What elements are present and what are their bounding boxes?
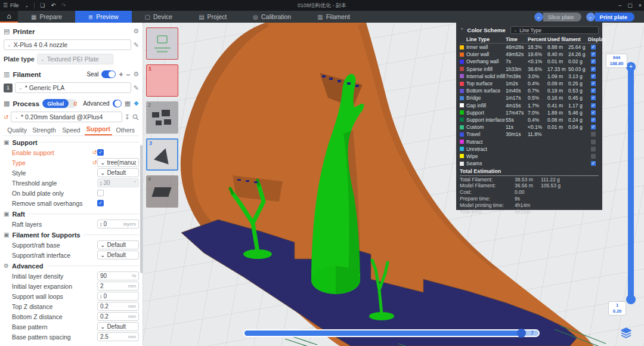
reset-value-icon[interactable]: ↺ [92,149,97,156]
tab-project[interactable]: ▤Project [185,11,240,23]
print-dropdown-icon[interactable]: ⌄ [586,13,595,21]
layer-slider-track[interactable] [628,67,634,299]
save-preset-icon[interactable]: ↧ [125,113,130,121]
process-preset-select[interactable]: ⌄ * 0.20mm Standard @XPlus4 [11,112,122,122]
display-checkbox[interactable]: ✓ [591,59,596,64]
home-tab[interactable]: ⌂ [0,11,18,23]
expand-settings-icon[interactable]: ❖ [134,100,139,107]
process-scope-toggle[interactable]: Global Objects [42,99,77,108]
display-checkbox[interactable] [591,140,596,144]
plate-thumbnail-3[interactable]: 2 [146,101,178,134]
top-z-distance-input[interactable]: 0.2mm [97,302,139,311]
file-menu[interactable]: ☰ File [0,2,22,8]
preset-compare-icon[interactable]: ▦ [125,100,131,107]
on-build-plate-only-checkbox[interactable] [97,190,104,196]
display-checkbox[interactable]: ✓ [591,161,596,166]
spinner-arrows-icon[interactable]: ▴▾ [100,222,102,227]
plate-thumbnail-2[interactable]: 1 [146,64,178,97]
search-icon[interactable] [132,114,139,121]
scope-objects[interactable]: Objects [69,101,77,107]
display-checkbox[interactable]: ✓ [591,95,596,100]
process-tab-others[interactable]: Others [112,126,139,135]
bottom-z-distance-input[interactable]: 0.2mm [97,312,139,321]
print-plate-button[interactable]: ⌄ Print plate [586,13,634,21]
display-checkbox[interactable]: ✓ [591,118,596,122]
edit-filament-icon[interactable]: ✎ [134,84,139,92]
minimize-button[interactable]: – [618,2,621,8]
scope-global[interactable]: Global [42,99,69,108]
display-checkbox[interactable]: ✓ [591,52,596,57]
remove-filament-icon[interactable]: – [126,70,130,79]
collapse-panel-icon[interactable]: ⌃ [460,27,465,33]
initial-layer-expansion-input[interactable]: 2mm [97,282,139,291]
undo-icon[interactable]: ↶ [48,2,58,8]
display-checkbox[interactable]: ✓ [591,74,596,79]
plate-thumbnail-5[interactable]: 4 [146,175,178,208]
layers-icon[interactable] [620,327,632,339]
advanced-toggle[interactable] [113,100,122,107]
layer-slider-bottom-handle[interactable] [626,295,636,304]
printer-settings-gear-icon[interactable]: ⚙ [133,27,139,35]
preview-viewport[interactable]: 1234 ⌃ Color Scheme ⌄ Line Type Line Typ… [143,23,644,346]
tab-filament[interactable]: ▥Filament [304,11,363,23]
display-checkbox[interactable] [591,132,596,137]
move-slider-handle[interactable] [517,329,526,338]
base-pattern-spacing-input[interactable]: 2.5mm [97,332,139,341]
sidebar-scrollbar[interactable] [140,145,143,273]
process-tab-speed[interactable]: Speed [58,126,85,135]
display-checkbox[interactable]: ✓ [591,125,596,129]
printer-preset-select[interactable]: ⌄ X-Plus 4 0.4 nozzle [4,39,131,50]
tab-calibration[interactable]: ◎Calibration [240,11,304,23]
layer-slider-top-handle[interactable]: + [626,62,636,72]
process-tab-support[interactable]: Support [85,125,112,135]
display-checkbox[interactable]: ✓ [591,81,596,86]
add-filament-icon[interactable]: + [119,70,123,79]
line-type-time: 30m1s [506,131,528,137]
plate-type-select[interactable]: ⌄ Textured PEI Plate [37,54,113,64]
reset-value-icon[interactable]: ↺ [92,159,97,166]
slice-plate-button[interactable]: ⌄ Slice plate [534,13,581,21]
plate-thumbnail-4[interactable]: 3 [146,138,178,171]
display-checkbox[interactable] [591,147,596,152]
threshold-angle-spinner[interactable]: ▴▾30° [97,178,139,187]
type-select[interactable]: ⌄tree(manual) [97,158,139,167]
spinner-arrows-icon[interactable]: ▴▾ [100,181,102,186]
close-button[interactable]: × [639,2,642,8]
process-tab-strength[interactable]: Strength [30,126,57,135]
initial-layer-density-input[interactable]: 90% [97,271,139,280]
tab-preview[interactable]: ≣Preview [75,11,132,23]
enable-support-checkbox[interactable]: ✓ [97,149,104,156]
support-wall-loops-spinner[interactable]: ▴▾0 [97,292,139,301]
redo-icon[interactable]: ↷ [58,2,69,8]
restore-button[interactable]: ▢ [627,2,633,8]
move-slider-track[interactable]: 7 [243,329,540,337]
seal-toggle[interactable] [101,70,116,78]
filament-preset-select[interactable]: ⌄ * Generic PLA [15,82,131,93]
tab-device[interactable]: ▢Device [132,11,186,23]
edit-printer-icon[interactable]: ✎ [134,41,139,49]
process-tab-quality[interactable]: Quality [4,126,30,135]
view-mode-select[interactable]: ⌄ Line Type [510,26,599,34]
support-raft-interface-select[interactable]: ⌄Default [97,251,139,260]
raft-layers-spinner[interactable]: ▴▾0layers [97,220,139,228]
display-checkbox[interactable] [591,154,596,159]
display-checkbox[interactable]: ✓ [591,103,596,108]
tab-prepare[interactable]: ▦Prepare [18,11,75,23]
menu-chevron-icon[interactable]: ⌄ [22,3,32,8]
filament-slot-badge[interactable]: 1 [4,84,13,92]
base-pattern-select[interactable]: ⌄Default [97,322,139,331]
style-select[interactable]: ⌄Default [97,168,139,177]
display-checkbox[interactable]: ✓ [591,45,596,50]
new-project-icon[interactable]: ❏ [37,2,48,8]
display-checkbox[interactable]: ✓ [591,110,596,115]
remove-small-overhangs-checkbox[interactable]: ✓ [97,200,104,206]
model-silhouette [164,119,171,125]
spinner-arrows-icon[interactable]: ▴▾ [100,294,102,299]
filament-settings-gear-icon[interactable]: ⚙ [133,70,139,78]
display-checkbox[interactable]: ✓ [591,67,596,72]
slice-dropdown-icon[interactable]: ⌄ [534,13,543,21]
display-checkbox[interactable]: ✓ [591,88,596,93]
support-raft-base-select[interactable]: ⌄Default [97,240,139,249]
plate-thumbnail-1[interactable] [146,27,178,60]
reset-process-icon[interactable]: ↺ [4,114,8,121]
